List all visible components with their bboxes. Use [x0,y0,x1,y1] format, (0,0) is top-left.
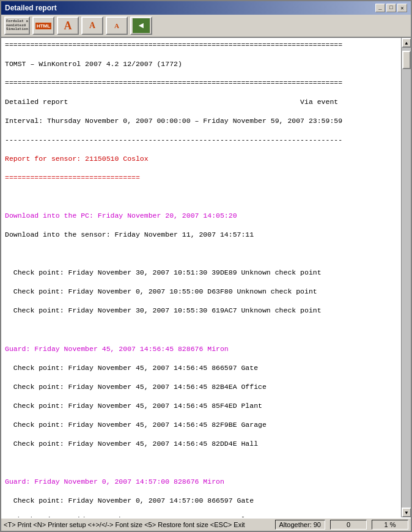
header-text: TOMST – WinKontrol 2007 4.2 12/2007 (177… [5,59,397,69]
guard1-check5: Check point: Friday November 45, 2007 14… [5,439,397,449]
separator1: ========================================… [5,40,397,50]
guard1-check2: Check point: Friday November 45, 2007 14… [5,382,397,392]
guard1-check3: Check point: Friday November 45, 2007 14… [5,401,397,411]
guard1-check1: Check point: Friday November 45, 2007 14… [5,363,397,373]
line-detailed: Detailed report Via event [5,97,397,107]
scrollbar[interactable]: ▲ ▼ [401,38,411,517]
main-window: Detailed report _ □ ✕ Fordulat a nemléte… [0,0,412,532]
font-small-button[interactable]: A [106,17,128,35]
font-large-icon: A [64,20,72,32]
guard1: Guard: Friday November 45, 2007 14:56:45… [5,344,397,354]
minimize-button[interactable]: _ [375,4,385,12]
print-button[interactable]: Fordulat a nemlétező Simulation [4,17,30,35]
check1: Check point: Friday November 30, 2007 10… [5,268,397,278]
altogether-panel: Altogether: 90 [275,520,326,530]
blank1 [5,192,397,202]
separator4: ================================ [5,173,397,183]
guard1-check4: Check point: Friday November 45, 2007 14… [5,420,397,430]
font-med-button[interactable]: A [81,17,103,35]
toolbar: Fordulat a nemlétező Simulation HTML A A… [1,15,411,38]
window-title: Detailed report [5,4,57,12]
report-content[interactable]: ========================================… [1,38,401,517]
maximize-button[interactable]: □ [386,4,396,12]
check2: Check point: Friday November 0, 2007 10:… [5,287,397,297]
percent-panel: 1 % [372,520,408,530]
html-button[interactable]: HTML [32,17,54,35]
title-bar-buttons: _ □ ✕ [375,4,407,12]
content-area: ========================================… [1,38,411,517]
download-sensor: Download into the sensor: Friday Novembe… [5,230,397,240]
print-icon: Fordulat a nemlétező Simulation [6,20,28,32]
html-label: HTML [35,23,51,29]
line-interval: Interval: Thursday November 0, 2007 00:0… [5,116,397,126]
guard2: Guard: Friday November 0, 2007 14:57:00 … [5,477,397,487]
title-bar: Detailed report _ □ ✕ [1,1,411,15]
blank3 [5,325,397,334]
close-button[interactable]: ✕ [397,4,407,12]
scroll-thumb[interactable] [402,51,411,69]
blank4 [5,458,397,468]
status-bar: <T> Print <N> Printer setup <+>/</-> Fon… [1,517,411,531]
separator3: ----------------------------------------… [5,135,397,145]
zero-panel: 0 [330,520,367,530]
scroll-down-button[interactable]: ▼ [402,508,411,517]
font-med-icon: A [89,21,95,31]
back-arrow-icon: ◄ [133,18,150,33]
scroll-track[interactable] [402,48,411,508]
separator2: ========================================… [5,78,397,88]
guard2-check1: Check point: Friday November 0, 2007 14:… [5,496,397,506]
status-shortcuts: <T> Print <N> Printer setup <+>/</-> Fon… [4,521,270,528]
sensor-label: Report for sensor: 21150510 Coslox [5,154,397,164]
font-small-icon: A [114,22,119,29]
blank2 [5,249,397,259]
font-large-button[interactable]: A [57,17,79,35]
scroll-up-button[interactable]: ▲ [402,38,411,48]
download-pc: Download into the PC: Friday November 20… [5,211,397,221]
back-button[interactable]: ◄ [130,17,152,35]
check3: Check point: Friday November 30, 2007 10… [5,306,397,316]
